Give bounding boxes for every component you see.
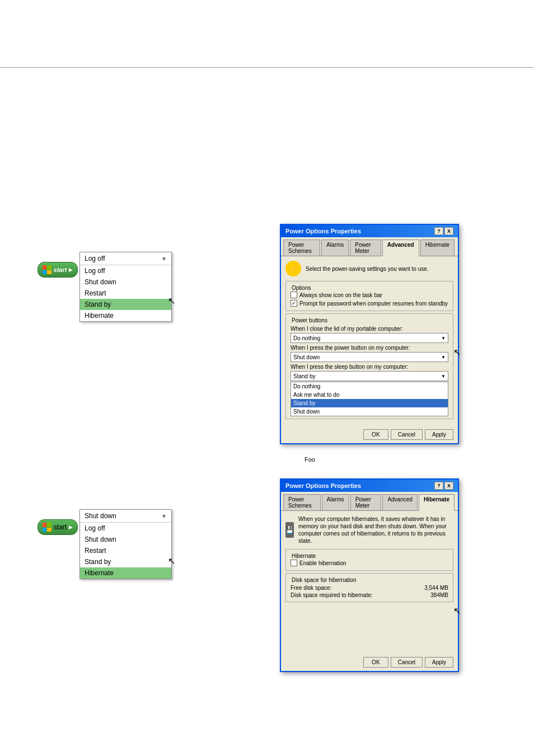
shutdown-dropdown-header: Shut down ▼ bbox=[80, 510, 171, 523]
logoff-dropdown-header: Log off ▼ bbox=[80, 252, 171, 265]
power-dialog-top-buttons: OK Cancel Apply bbox=[281, 426, 458, 443]
power-dialog-top-title: Power Options Properties bbox=[285, 228, 434, 234]
free-disk-row: Free disk space: 3,544 MB bbox=[291, 585, 448, 591]
enable-hibernate-checkbox[interactable] bbox=[291, 560, 297, 566]
power-buttons-legend: Power buttons bbox=[291, 317, 329, 323]
power-buttons-section: Power buttons When I close the lid of my… bbox=[285, 313, 453, 419]
power-dialog-top-close-btn[interactable]: X bbox=[444, 227, 453, 235]
logoff-chevron-icon: ▼ bbox=[161, 256, 167, 262]
logoff-header-label: Log off bbox=[85, 255, 105, 262]
power-btn-chevron-icon: ▼ bbox=[441, 355, 446, 360]
power-dialog-top-titlebar: Power Options Properties ? X bbox=[281, 225, 458, 237]
free-disk-value: 3,544 MB bbox=[424, 585, 448, 591]
always-show-label: Always show icon on the task bar bbox=[299, 292, 382, 298]
power-dialog-top-cancel-btn[interactable]: Cancel bbox=[391, 429, 423, 440]
power-dialog-top-tabs: Power Schemes Alarms Power Meter Advance… bbox=[281, 237, 458, 256]
power-dialog-bottom-tabs: Power Schemes Alarms Power Meter Advance… bbox=[281, 492, 458, 511]
lid-close-value: Do nothing bbox=[293, 335, 320, 341]
sleep-btn-label: When I press the sleep button on my comp… bbox=[291, 364, 448, 370]
shutdown-item-shutdown[interactable]: Shut down bbox=[80, 534, 171, 545]
logoff-item-restart[interactable]: Restart bbox=[80, 288, 171, 299]
power-dialog-bottom-title: Power Options Properties bbox=[285, 482, 434, 489]
foo-text: Foo bbox=[305, 456, 315, 463]
power-btn-value: Shut down bbox=[293, 354, 320, 360]
prompt-password-row: Prompt for password when computer resume… bbox=[291, 300, 448, 307]
power-dialog-bottom-apply-btn[interactable]: Apply bbox=[425, 657, 453, 668]
logoff-dropdown: Log off ▼ Log off Shut down Restart Stan… bbox=[79, 252, 172, 322]
power-dialog-top-desc: Select the power-saving settings you wan… bbox=[306, 266, 429, 272]
shutdown-item-hibernate[interactable]: Hibernate bbox=[80, 567, 171, 579]
sleep-option-shutdown[interactable]: Shut down bbox=[291, 407, 448, 416]
free-disk-label: Free disk space: bbox=[291, 585, 331, 591]
shutdown-chevron-icon: ▼ bbox=[161, 513, 167, 519]
enable-hibernate-label: Enable hibernation bbox=[299, 560, 346, 566]
sleep-btn-select[interactable]: Stand by ▼ bbox=[291, 371, 448, 381]
power-dialog-top-help-btn[interactable]: ? bbox=[434, 227, 443, 235]
hibernate-section: Hibernate Enable hibernation bbox=[285, 549, 453, 571]
start-label-top: start bbox=[54, 266, 67, 273]
tab-bottom-power-schemes[interactable]: Power Schemes bbox=[283, 494, 321, 510]
logoff-item-hibernate[interactable]: Hibernate bbox=[80, 310, 171, 321]
logoff-item-logoff[interactable]: Log off bbox=[80, 265, 171, 276]
power-dialog-top-controls: ? X bbox=[434, 227, 453, 235]
power-dialog-bottom-ok-btn[interactable]: OK bbox=[363, 657, 388, 668]
power-dialog-bottom-buttons: OK Cancel Apply bbox=[281, 654, 458, 671]
logoff-item-shutdown[interactable]: Shut down bbox=[80, 276, 171, 288]
tab-hibernate[interactable]: Hibernate bbox=[420, 240, 455, 256]
sleep-option-donothing[interactable]: Do nothing bbox=[291, 382, 448, 391]
tab-advanced[interactable]: Advanced bbox=[382, 240, 419, 256]
tab-power-meter[interactable]: Power Meter bbox=[350, 240, 381, 256]
power-dialog-bottom-desc: When your computer hibernates, it saves … bbox=[298, 515, 453, 544]
hibernate-icon: 💾 bbox=[285, 522, 294, 538]
sleep-option-standby[interactable]: Stand by bbox=[291, 399, 448, 407]
power-btn-select[interactable]: Shut down ▼ bbox=[291, 352, 448, 362]
tab-bottom-hibernate[interactable]: Hibernate bbox=[419, 494, 455, 511]
power-dialog-top-apply-btn[interactable]: Apply bbox=[425, 429, 453, 440]
disk-required-value: 384MB bbox=[430, 592, 448, 598]
sleep-btn-chevron-icon: ▼ bbox=[441, 374, 446, 379]
logoff-item-standby[interactable]: Stand by bbox=[80, 299, 171, 310]
always-show-row: Always show icon on the task bar bbox=[291, 292, 448, 298]
sleep-btn-dropdown-list: Do nothing Ask me what to do Stand by Sh… bbox=[291, 382, 448, 416]
start-button-bottom[interactable]: start ▶ bbox=[38, 519, 78, 535]
start-arrow-top: ▶ bbox=[69, 267, 73, 273]
power-dialog-bottom-controls: ? X bbox=[434, 482, 453, 490]
shutdown-dropdown: Shut down ▼ Log off Shut down Restart St… bbox=[79, 509, 172, 579]
always-show-checkbox[interactable] bbox=[291, 292, 297, 298]
power-dialog-top-ok-btn[interactable]: OK bbox=[363, 429, 388, 440]
lid-close-label: When I close the lid of my portable comp… bbox=[291, 326, 448, 332]
disk-space-section: Disk space for hibernation Free disk spa… bbox=[285, 573, 453, 602]
power-dialog-top-icon-row: ⚡ Select the power-saving settings you w… bbox=[285, 261, 453, 276]
power-icon-top: ⚡ bbox=[285, 261, 301, 276]
disk-required-label: Disk space required to hibernate: bbox=[291, 592, 373, 598]
power-dialog-bottom-icon-row: 💾 When your computer hibernates, it save… bbox=[285, 515, 453, 544]
tab-bottom-advanced[interactable]: Advanced bbox=[382, 494, 417, 510]
power-dialog-bottom: Power Options Properties ? X Power Schem… bbox=[280, 478, 459, 672]
tab-bottom-alarms[interactable]: Alarms bbox=[322, 494, 349, 510]
shutdown-item-standby[interactable]: Stand by bbox=[80, 556, 171, 567]
sleep-option-askme[interactable]: Ask me what to do bbox=[291, 391, 448, 399]
shutdown-item-logoff[interactable]: Log off bbox=[80, 523, 171, 534]
tab-power-schemes[interactable]: Power Schemes bbox=[283, 240, 320, 256]
shutdown-item-restart[interactable]: Restart bbox=[80, 545, 171, 556]
prompt-password-label: Prompt for password when computer resume… bbox=[299, 300, 448, 307]
disk-required-row: Disk space required to hibernate: 384MB bbox=[291, 592, 448, 598]
sleep-btn-value: Stand by bbox=[293, 373, 315, 379]
start-button-top[interactable]: start ▶ bbox=[38, 262, 78, 278]
power-dialog-bottom-titlebar: Power Options Properties ? X bbox=[281, 480, 458, 492]
disk-space-legend: Disk space for hibernation bbox=[291, 577, 358, 583]
top-rule bbox=[0, 67, 534, 68]
power-dialog-bottom-help-btn[interactable]: ? bbox=[434, 482, 443, 490]
shutdown-header-label: Shut down bbox=[85, 512, 116, 520]
start-arrow-bottom: ▶ bbox=[69, 524, 73, 530]
start-label-bottom: start bbox=[54, 523, 67, 531]
prompt-password-checkbox[interactable] bbox=[291, 300, 297, 307]
power-dialog-bottom-close-btn[interactable]: X bbox=[444, 482, 453, 490]
power-dialog-bottom-cancel-btn[interactable]: Cancel bbox=[391, 657, 423, 668]
power-dialog-bottom-body: 💾 When your computer hibernates, it save… bbox=[281, 511, 458, 654]
tab-alarms[interactable]: Alarms bbox=[321, 240, 349, 256]
dialog-bottom-spacer bbox=[285, 604, 453, 649]
windows-flag-icon-top bbox=[43, 265, 51, 274]
tab-bottom-power-meter[interactable]: Power Meter bbox=[350, 494, 382, 510]
lid-close-select[interactable]: Do nothing ▼ bbox=[291, 333, 448, 343]
